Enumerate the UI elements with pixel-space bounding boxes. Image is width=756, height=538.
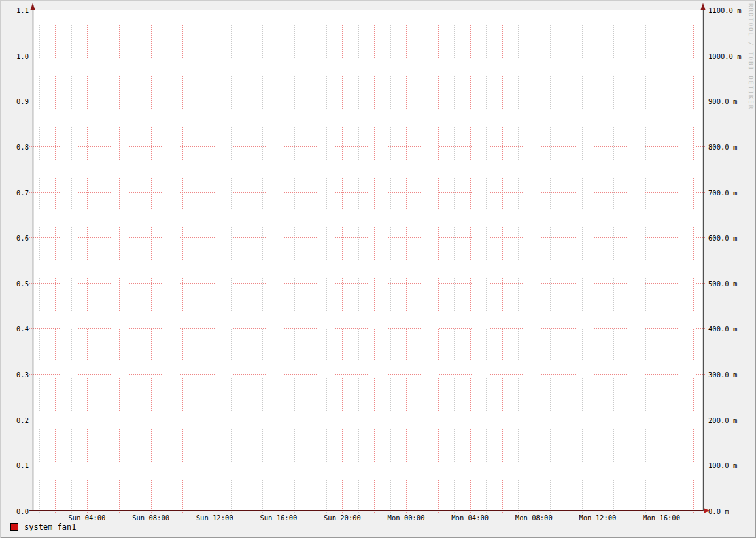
y-left-tick-label: 0.0: [16, 507, 29, 515]
y-left-tick-label: 0.1: [16, 462, 29, 469]
watermark: RRDTOOL / TOBI OETIKER: [747, 3, 754, 110]
x-tick-label: Sun 12:00: [196, 514, 233, 522]
x-tick-label: Mon 00:00: [388, 514, 425, 522]
rrdtool-graph: 0.00.0 m0.1100.0 m0.2200.0 m0.3300.0 m0.…: [0, 0, 756, 538]
y-right-tick-label: 200.0 m: [708, 416, 737, 424]
y-right-tick-label: 900.0 m: [708, 97, 737, 105]
y-right-tick-label: 1100.0 m: [708, 7, 742, 14]
legend-label: system_fan1: [24, 522, 76, 531]
x-tick-label: Mon 12:00: [579, 514, 616, 522]
x-tick-label: Mon 08:00: [515, 514, 553, 522]
y-left-tick-label: 0.2: [16, 416, 29, 424]
plot-area: [33, 10, 703, 511]
legend: system_fan1: [10, 522, 76, 531]
right-axis-up-arrow-icon: [701, 3, 706, 10]
x-tick-label: Sun 16:00: [260, 514, 297, 522]
y-right-tick-label: 100.0 m: [708, 462, 737, 469]
y-right-tick-label: 1000.0 m: [708, 52, 742, 60]
chart-canvas: 0.00.0 m0.1100.0 m0.2200.0 m0.3300.0 m0.…: [0, 0, 756, 538]
y-right-tick-label: 800.0 m: [708, 143, 737, 151]
y-left-tick-label: 0.5: [16, 280, 29, 288]
y-left-tick-label: 0.4: [16, 325, 29, 333]
y-right-tick-label: 500.0 m: [708, 280, 737, 288]
x-tick-label: Mon 04:00: [451, 514, 489, 522]
y-right-tick-label: 600.0 m: [708, 234, 737, 242]
y-right-tick-label: 400.0 m: [708, 325, 737, 333]
x-tick-label: Sun 20:00: [324, 514, 361, 522]
y-left-tick-label: 1.0: [16, 52, 29, 60]
y-right-tick-label: 700.0 m: [708, 189, 737, 197]
y-left-tick-label: 1.1: [16, 7, 29, 14]
y-left-tick-label: 0.6: [16, 234, 29, 242]
y-right-tick-label: 0.0 m: [708, 507, 729, 515]
y-left-tick-label: 0.3: [16, 371, 29, 378]
y-left-tick-label: 0.7: [16, 189, 29, 197]
legend-swatch: [10, 523, 18, 531]
x-tick-label: Sun 08:00: [132, 514, 169, 522]
left-axis-up-arrow-icon: [31, 3, 35, 10]
y-left-tick-label: 0.9: [16, 97, 29, 105]
y-right-tick-label: 300.0 m: [708, 371, 737, 378]
x-tick-label: Sun 04:00: [69, 514, 106, 522]
y-left-tick-label: 0.8: [16, 143, 29, 151]
x-tick-label: Mon 16:00: [643, 514, 680, 522]
